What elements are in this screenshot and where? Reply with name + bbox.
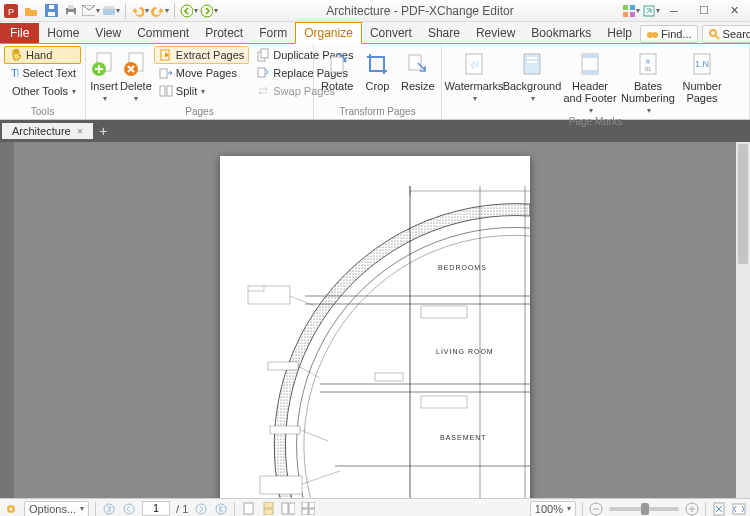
number-pages-button[interactable]: 1.NNumber Pages: [678, 46, 726, 104]
svg-rect-15: [623, 12, 628, 17]
email-icon[interactable]: ▾: [82, 2, 100, 20]
layout-single-icon[interactable]: [241, 502, 255, 516]
tab-share[interactable]: Share: [420, 23, 468, 43]
select-text-tool[interactable]: TSelect Text: [4, 64, 81, 82]
swap-pages-button[interactable]: Swap Pages: [251, 82, 358, 100]
close-button[interactable]: ✕: [720, 2, 748, 20]
svg-rect-84: [282, 503, 288, 514]
svg-rect-82: [264, 502, 273, 508]
svg-rect-68: [375, 373, 403, 381]
svg-rect-67: [260, 476, 302, 494]
svg-text:01: 01: [645, 66, 652, 72]
tab-organize[interactable]: Organize: [295, 22, 362, 44]
prev-page-icon[interactable]: [122, 502, 136, 516]
svg-rect-81: [244, 503, 253, 514]
split-pages-button[interactable]: Split▾: [154, 82, 249, 100]
background-button[interactable]: Background▾: [504, 46, 560, 103]
vertical-scrollbar[interactable]: [736, 142, 750, 498]
find-button[interactable]: Find...: [640, 25, 698, 43]
close-tab-icon[interactable]: ×: [77, 125, 83, 137]
svg-rect-89: [309, 509, 315, 515]
document-tab[interactable]: Architecture×: [2, 123, 93, 139]
svg-rect-31: [160, 86, 165, 96]
fit-page-icon[interactable]: [712, 502, 726, 516]
text-select-icon: T: [9, 66, 19, 80]
tab-view[interactable]: View: [87, 23, 129, 43]
zoom-value[interactable]: 100%▾: [530, 501, 576, 517]
tab-protect[interactable]: Protect: [197, 23, 251, 43]
first-page-icon[interactable]: [102, 502, 116, 516]
undo-icon[interactable]: ▾: [131, 2, 149, 20]
svg-rect-44: [582, 54, 598, 58]
zoom-out-icon[interactable]: [589, 502, 603, 516]
scan-icon[interactable]: ▾: [102, 2, 120, 20]
bates-numbering-button[interactable]: #01Bates Numbering▾: [620, 46, 676, 115]
svg-text:#: #: [646, 58, 650, 65]
tab-home[interactable]: Home: [39, 23, 87, 43]
minimize-button[interactable]: ─: [660, 2, 688, 20]
svg-rect-6: [68, 5, 74, 9]
zoom-slider[interactable]: [609, 507, 679, 511]
svg-point-11: [181, 5, 193, 17]
tab-review[interactable]: Review: [468, 23, 523, 43]
new-tab-button[interactable]: +: [93, 123, 113, 139]
launch-icon[interactable]: ▾: [642, 2, 660, 20]
nav-forward-icon[interactable]: ▾: [200, 2, 218, 20]
zoom-in-icon[interactable]: [685, 502, 699, 516]
watermark-icon: W: [460, 50, 488, 78]
number-pages-icon: 1.N: [688, 50, 716, 78]
save-icon[interactable]: [42, 2, 60, 20]
maximize-button[interactable]: ☐: [690, 2, 718, 20]
header-footer-button[interactable]: Header and Footer▾: [562, 46, 618, 115]
tab-form[interactable]: Form: [251, 23, 295, 43]
redo-icon[interactable]: ▾: [151, 2, 169, 20]
print-icon[interactable]: [62, 2, 80, 20]
layout-two-icon[interactable]: [281, 502, 295, 516]
svg-line-70: [298, 366, 320, 378]
binoculars-icon: [646, 28, 658, 40]
page-number-input[interactable]: [142, 501, 170, 516]
nav-back-icon[interactable]: ▾: [180, 2, 198, 20]
pdf-page: BEDROOMS LIVING ROOM BASEMENT: [220, 156, 530, 498]
svg-line-72: [302, 471, 340, 484]
svg-text:T: T: [11, 67, 18, 79]
svg-rect-4: [49, 5, 54, 9]
tab-comment[interactable]: Comment: [129, 23, 197, 43]
svg-point-79: [196, 504, 206, 514]
open-icon[interactable]: [22, 2, 40, 20]
crop-button[interactable]: Crop: [358, 46, 396, 92]
tab-file[interactable]: File: [0, 23, 39, 43]
layout-cont-icon[interactable]: [261, 502, 275, 516]
watermarks-button[interactable]: WWatermarks▾: [446, 46, 502, 103]
resize-button[interactable]: Resize: [399, 46, 437, 92]
ui-options-icon[interactable]: ▾: [622, 2, 640, 20]
insert-icon: [90, 50, 118, 78]
zoom-slider-thumb[interactable]: [641, 503, 649, 515]
layout-two-cont-icon[interactable]: [301, 502, 315, 516]
delete-pages-button[interactable]: Delete▾: [120, 46, 152, 103]
svg-rect-60: [248, 286, 290, 304]
svg-rect-34: [261, 49, 268, 58]
tab-bookmarks[interactable]: Bookmarks: [523, 23, 599, 43]
svg-rect-10: [104, 6, 114, 9]
svg-rect-36: [331, 57, 343, 72]
options-button[interactable]: Options...▾: [24, 501, 89, 517]
scroll-thumb[interactable]: [738, 144, 748, 264]
side-panel-strip[interactable]: [0, 142, 14, 498]
extract-pages-button[interactable]: Extract Pages: [154, 46, 249, 64]
move-pages-button[interactable]: Move Pages: [154, 64, 249, 82]
insert-pages-button[interactable]: Insert▾: [90, 46, 118, 103]
app-icon[interactable]: P: [2, 2, 20, 20]
search-button[interactable]: Search...: [702, 25, 750, 43]
tab-help[interactable]: Help: [599, 23, 640, 43]
other-tools[interactable]: Other Tools▾: [4, 82, 81, 100]
last-page-icon[interactable]: [214, 502, 228, 516]
next-page-icon[interactable]: [194, 502, 208, 516]
group-label-marks: Page Marks: [446, 115, 745, 129]
svg-rect-13: [623, 5, 628, 10]
page-viewport[interactable]: BEDROOMS LIVING ROOM BASEMENT: [0, 142, 750, 498]
svg-rect-83: [264, 509, 273, 515]
fit-width-icon[interactable]: [732, 502, 746, 516]
tab-convert[interactable]: Convert: [362, 23, 420, 43]
hand-tool[interactable]: Hand: [4, 46, 81, 64]
